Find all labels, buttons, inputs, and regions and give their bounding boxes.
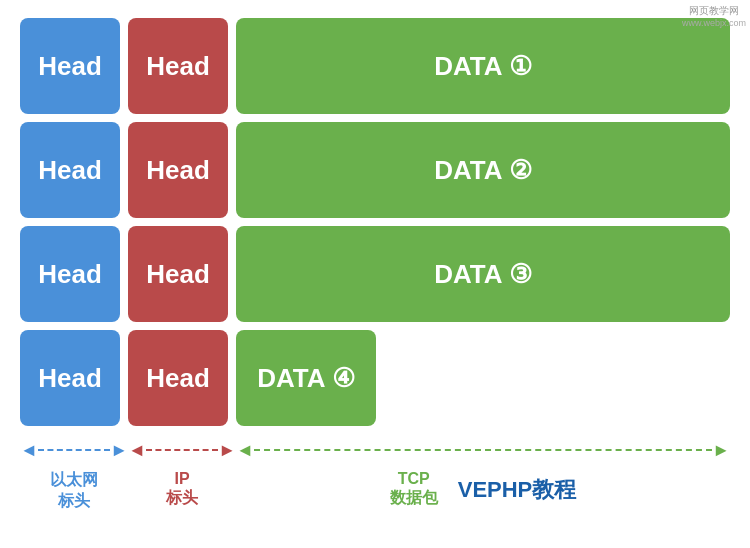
arrow-row: ◄ ► ◄ ► ◄ ► — [20, 440, 730, 460]
watermark-line1: 网页教学网 — [682, 4, 746, 18]
row3-blue-head: Head — [20, 226, 120, 322]
red-arrow-line: ◄ ► — [128, 440, 236, 460]
row4-red-head: Head — [128, 330, 228, 426]
green-arrow-left: ◄ — [236, 440, 254, 461]
row3-red-head: Head — [128, 226, 228, 322]
green-arrow-line: ◄ ► — [236, 440, 730, 460]
vephp-label: VEPHP教程 — [458, 475, 577, 505]
red-arrow-left: ◄ — [128, 440, 146, 461]
watermark: 网页教学网 www.webjx.com — [682, 4, 746, 28]
row4-blue-head: Head — [20, 330, 120, 426]
row2-green-data: DATA ② — [236, 122, 730, 218]
label-row: 以太网 标头 IP 标头 TCP 数据包 VEPHP教程 — [20, 470, 730, 512]
green-arrow-right: ► — [712, 440, 730, 461]
blue-arrow-line: ◄ ► — [20, 440, 128, 460]
red-arrow-right: ► — [218, 440, 236, 461]
ip-bottom-label: 标头 — [166, 488, 198, 509]
tcp-label-section: TCP 数据包 VEPHP教程 — [236, 470, 730, 512]
row1-blue-head: Head — [20, 18, 120, 114]
ethernet-bottom-label: 标头 — [58, 491, 90, 512]
ethernet-top-label: 以太网 — [50, 470, 98, 491]
row2-blue-head: Head — [20, 122, 120, 218]
ethernet-label-section: 以太网 标头 — [20, 470, 128, 512]
row4-green-data: DATA ④ — [236, 330, 376, 426]
row-2: Head Head DATA ② — [20, 122, 730, 218]
red-arrow-section: ◄ ► — [128, 440, 236, 460]
red-dashed-line — [146, 449, 218, 451]
tcp-text: TCP 数据包 — [390, 470, 438, 509]
data-grid: Head Head DATA ① Head Head DATA ② He — [20, 18, 730, 426]
blue-arrow-left: ◄ — [20, 440, 38, 461]
row1-red-head: Head — [128, 18, 228, 114]
main-container: 网页教学网 www.webjx.com Head Head DATA ① Hea… — [0, 0, 750, 548]
green-arrow-section: ◄ ► — [236, 440, 730, 460]
row-3: Head Head DATA ③ — [20, 226, 730, 322]
row-4: Head Head DATA ④ — [20, 330, 730, 426]
tcp-vephp-row: TCP 数据包 VEPHP教程 — [236, 470, 730, 509]
ip-label-section: IP 标头 — [128, 470, 236, 512]
row-1: Head Head DATA ① — [20, 18, 730, 114]
tcp-top-label: TCP — [398, 470, 430, 488]
blue-arrow-right: ► — [110, 440, 128, 461]
row3-green-data: DATA ③ — [236, 226, 730, 322]
ip-top-label: IP — [174, 470, 189, 488]
row2-red-head: Head — [128, 122, 228, 218]
row1-green-data: DATA ① — [236, 18, 730, 114]
green-dashed-line — [254, 449, 712, 451]
tcp-bottom-label: 数据包 — [390, 488, 438, 509]
blue-arrow-section: ◄ ► — [20, 440, 128, 460]
blue-dashed-line — [38, 449, 110, 451]
watermark-line2: www.webjx.com — [682, 18, 746, 28]
